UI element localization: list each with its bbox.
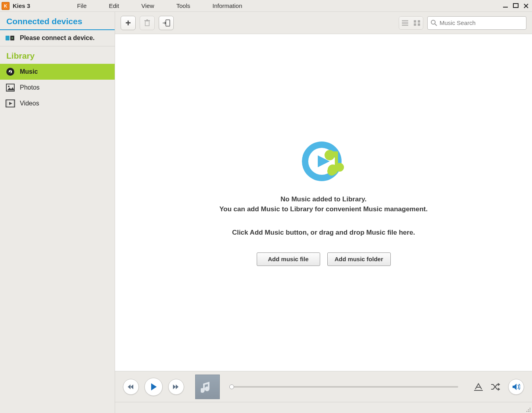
svg-rect-14	[146, 19, 148, 20]
search-input[interactable]	[440, 19, 523, 26]
menu-bar: K Kies 3 File Edit View Tools Informatio…	[0, 0, 532, 12]
playback-progress[interactable]	[231, 386, 458, 388]
svg-rect-19	[418, 23, 420, 26]
svg-point-23	[327, 167, 336, 176]
empty-line-1: No Music added to Library.	[219, 194, 428, 205]
empty-instruction: Click Add Music button, or drag and drop…	[232, 229, 415, 237]
svg-rect-11	[13, 100, 15, 107]
maximize-button[interactable]	[511, 2, 520, 10]
library-header: Library	[0, 46, 115, 64]
search-field[interactable]	[427, 16, 526, 30]
svg-rect-17	[418, 20, 420, 23]
trash-icon	[144, 19, 150, 27]
sidebar-item-label: Music	[20, 68, 38, 75]
add-music-file-button[interactable]: Add music file	[257, 252, 320, 266]
list-view-icon	[399, 17, 411, 29]
svg-rect-1	[513, 4, 518, 8]
menu-file[interactable]: File	[66, 2, 98, 9]
play-icon	[150, 383, 157, 391]
add-music-folder-button[interactable]: Add music folder	[327, 252, 391, 266]
menu-information[interactable]: Information	[202, 2, 254, 9]
volume-button[interactable]	[508, 379, 524, 395]
previous-track-button[interactable]	[123, 379, 139, 395]
svg-point-31	[530, 411, 530, 412]
svg-rect-0	[503, 7, 508, 8]
svg-rect-25	[474, 390, 483, 391]
lyrics-icon	[474, 383, 483, 391]
svg-rect-10	[6, 100, 8, 107]
music-note-icon	[201, 380, 214, 394]
svg-point-24	[335, 163, 344, 172]
play-button[interactable]	[144, 378, 163, 396]
next-icon	[173, 384, 179, 390]
sidebar: Connected devices Please connect a devic…	[0, 12, 115, 413]
svg-point-26	[530, 408, 530, 409]
svg-point-8	[8, 86, 10, 87]
menu-edit[interactable]: Edit	[98, 2, 130, 9]
main-panel: +	[115, 12, 532, 413]
previous-icon	[128, 384, 134, 390]
music-icon	[6, 67, 15, 76]
sidebar-item-label: Photos	[20, 84, 40, 91]
app-window: K Kies 3 File Edit View Tools Informatio…	[0, 0, 532, 413]
empty-music-icon	[300, 140, 348, 187]
status-bar	[115, 402, 532, 413]
resize-grip[interactable]	[525, 406, 531, 413]
svg-point-20	[431, 20, 435, 24]
connected-devices-header: Connected devices	[0, 12, 115, 30]
transfer-icon	[162, 19, 170, 27]
connect-device-prompt: Please connect a device.	[0, 30, 115, 46]
menu-view[interactable]: View	[130, 2, 165, 9]
sidebar-item-label: Videos	[20, 100, 39, 107]
sidebar-item-videos[interactable]: Videos	[0, 96, 115, 111]
shuffle-button[interactable]	[491, 383, 500, 391]
next-track-button[interactable]	[168, 379, 184, 395]
svg-rect-2	[6, 36, 10, 40]
empty-state: No Music added to Library. You can add M…	[115, 34, 532, 371]
shuffle-icon	[491, 383, 500, 391]
photos-icon	[6, 83, 15, 92]
sidebar-item-photos[interactable]: Photos	[0, 80, 115, 96]
content-toolbar: +	[115, 12, 532, 34]
device-icon	[6, 33, 15, 43]
svg-rect-15	[166, 20, 170, 26]
volume-icon	[512, 383, 520, 390]
empty-line-2: You can add Music to Library for conveni…	[219, 204, 428, 214]
player-bar	[115, 371, 532, 402]
connect-device-label: Please connect a device.	[20, 34, 95, 42]
album-art-placeholder	[195, 375, 220, 399]
add-button[interactable]: +	[121, 16, 136, 30]
svg-point-28	[530, 409, 530, 410]
lyrics-button[interactable]	[474, 383, 483, 391]
svg-point-27	[528, 409, 529, 410]
view-toggle[interactable]	[399, 16, 423, 30]
videos-icon	[6, 99, 15, 108]
app-icon: K	[2, 2, 10, 10]
grid-view-icon	[411, 17, 423, 29]
svg-point-4	[12, 37, 13, 39]
sidebar-item-music[interactable]: Music	[0, 64, 115, 80]
svg-point-30	[528, 411, 529, 412]
search-icon	[431, 20, 437, 26]
menu-tools[interactable]: Tools	[165, 2, 201, 9]
svg-rect-13	[144, 20, 150, 21]
svg-rect-12	[145, 21, 149, 26]
delete-button[interactable]	[140, 16, 155, 30]
svg-rect-16	[414, 20, 416, 23]
minimize-button[interactable]	[501, 2, 510, 10]
transfer-to-device-button[interactable]	[159, 16, 174, 30]
empty-message: No Music added to Library. You can add M…	[219, 194, 428, 214]
svg-point-29	[526, 411, 527, 412]
close-button[interactable]	[522, 2, 530, 10]
svg-rect-18	[414, 23, 416, 26]
app-title: Kies 3	[13, 2, 30, 9]
